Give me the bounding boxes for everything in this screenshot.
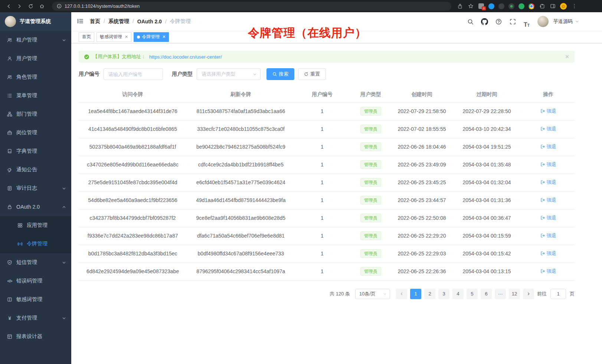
force-logout-button[interactable]: 强退 (540, 143, 556, 150)
sidebar-item-label: 支付管理 (16, 315, 37, 321)
lock-icon (7, 204, 12, 209)
user-avatar[interactable] (537, 16, 549, 27)
force-logout-label: 强退 (547, 108, 556, 115)
back-button[interactable] (4, 1, 13, 11)
chevron-up-icon (62, 205, 66, 209)
breadcrumb-item[interactable]: 系统管理 (108, 18, 137, 25)
alert-doc-link[interactable]: https://doc.iocoder.cn/user-center/ (149, 54, 222, 60)
browser-menu-icon[interactable] (571, 3, 578, 10)
page-button-1[interactable]: 1 (410, 289, 421, 299)
tab-home[interactable]: 首页 (79, 32, 94, 42)
close-icon[interactable]: ✕ (125, 34, 128, 39)
fullscreen-icon[interactable] (506, 15, 519, 28)
tab-sensitive-word[interactable]: 敏感词管理 ✕ (96, 32, 131, 42)
user-type-cell: 管理员 (349, 156, 392, 173)
page-button-5[interactable]: 5 (467, 289, 478, 299)
force-logout-button[interactable]: 强退 (540, 161, 556, 168)
page-button-12[interactable]: 12 (509, 289, 520, 299)
app-logo[interactable]: 芋道管理系统 (0, 12, 71, 31)
github-icon[interactable] (478, 15, 491, 28)
expire-time-cell: 2054-03-04 00:13:15 (452, 262, 522, 280)
sidebar-item-pay[interactable]: ¥ 支付管理 (0, 309, 71, 327)
forward-button[interactable] (15, 1, 24, 11)
sidebar-item-oauth[interactable]: OAuth 2.0 (0, 198, 71, 216)
sidebar-item-sms[interactable]: 短信管理 (0, 253, 71, 272)
force-logout-button[interactable]: 强退 (540, 215, 556, 221)
user-id-cell: 1 (295, 173, 349, 191)
user-id-cell: 1 (295, 227, 349, 245)
browser-profile-avatar[interactable]: ☺ (560, 3, 567, 10)
sidebar-item-user[interactable]: 用户管理 (0, 49, 71, 68)
user-name[interactable]: 芋道源码 (553, 18, 573, 25)
force-logout-button[interactable]: 强退 (540, 268, 556, 275)
goto-page-input[interactable] (550, 289, 566, 299)
user-type-select[interactable]: 请选择用户类型 (197, 68, 261, 80)
app-shell: 芋道管理系统 租户管理 用户管理 角色管理 菜单管理 部门管理 (0, 12, 602, 364)
sidebar-item-notice[interactable]: 通知公告 (0, 161, 71, 179)
close-icon[interactable]: ✕ (162, 34, 166, 39)
sidebar-item-sensitive-word[interactable]: 敏感词管理 (0, 290, 71, 309)
force-logout-label: 强退 (547, 268, 556, 275)
breadcrumb-item[interactable]: OAuth 2.0 (137, 19, 170, 24)
home-button[interactable] (37, 1, 47, 11)
sidebar-item-dict[interactable]: 字典管理 (0, 142, 71, 161)
sidebar-item-tenant[interactable]: 租户管理 (0, 31, 71, 49)
page-button-2[interactable]: 2 (424, 289, 435, 299)
force-logout-icon (540, 180, 545, 185)
page-button-3[interactable]: 3 (438, 289, 449, 299)
search-button[interactable]: 搜索 (266, 68, 294, 80)
force-logout-button[interactable]: 强退 (540, 197, 556, 203)
sidebar-item-report-designer[interactable]: 报表设计器 (0, 327, 71, 346)
page-button-6[interactable]: 6 (481, 289, 492, 299)
search-icon[interactable] (464, 15, 477, 28)
reload-button[interactable] (26, 1, 36, 11)
site-info-icon[interactable] (57, 4, 62, 9)
table-row: c342377bf8b344799dcbf7bf095287f2 9ce8ef2… (79, 209, 575, 227)
page-size-select[interactable]: 10条/页 (355, 289, 390, 299)
prev-page-button[interactable]: ‹ (396, 289, 407, 299)
next-page-button[interactable]: › (523, 289, 534, 299)
breadcrumb-item[interactable]: 首页 (90, 18, 108, 25)
user-id-input[interactable] (104, 68, 163, 80)
font-size-icon[interactable]: TT (520, 15, 533, 28)
extension-icon-green[interactable] (518, 3, 524, 9)
sidebar-item-oauth-app[interactable]: 应用管理 (0, 216, 71, 235)
close-icon[interactable]: ✕ (565, 54, 569, 60)
tab-token[interactable]: 令牌管理 ✕ (134, 32, 169, 42)
chevron-down-icon[interactable] (575, 20, 579, 23)
sidebar-item-role[interactable]: 角色管理 (0, 68, 71, 86)
force-logout-button[interactable]: 强退 (540, 108, 556, 115)
help-icon[interactable] (492, 15, 505, 28)
extension-icon-dark-green[interactable] (508, 3, 514, 9)
force-logout-button[interactable]: 强退 (540, 232, 556, 239)
side-panel-icon[interactable] (549, 3, 556, 10)
share-icon[interactable] (457, 3, 463, 10)
bookmark-star-icon[interactable] (467, 3, 474, 10)
force-logout-icon (540, 215, 545, 220)
breadcrumb: 首页 系统管理 OAuth 2.0 令牌管理 (90, 18, 191, 25)
sidebar-toggle-button[interactable] (77, 18, 84, 25)
extension-icon-dark[interactable] (498, 3, 504, 9)
sidebar-item-error-code[interactable]: </> 错误码管理 (0, 272, 71, 290)
extensions-puzzle-icon[interactable] (539, 3, 545, 10)
sidebar-item-dept[interactable]: 部门管理 (0, 105, 71, 123)
create-time-cell: 2022-06-26 18:04:46 (392, 138, 451, 156)
address-bar[interactable]: 127.0.0.1:1024/system/oauth2/token (52, 2, 451, 11)
refresh-token-cell: dfa6c71a50a54c66bef706ef9e6e8d81 (187, 227, 295, 245)
page-button-4[interactable]: 4 (452, 289, 464, 299)
force-logout-button[interactable]: 强退 (540, 126, 556, 132)
expire-time-cell: 2022-07-29 22:28:50 (452, 102, 522, 120)
force-logout-button[interactable]: 强退 (540, 179, 556, 186)
reset-button[interactable]: 重置 (298, 68, 326, 80)
sidebar-item-oauth-token[interactable]: 令牌管理 (0, 235, 71, 253)
pages-ellipsis[interactable]: ··· (495, 289, 506, 299)
extension-icon-colorful[interactable] (529, 3, 534, 9)
user-type-badge: 管理员 (360, 249, 381, 258)
force-logout-button[interactable]: 强退 (540, 250, 556, 257)
sidebar-item-menu[interactable]: 菜单管理 (0, 86, 71, 105)
extension-icon-blue[interactable] (488, 3, 494, 9)
extension-icon-pinned[interactable]: 0 (478, 3, 484, 9)
user-type-cell: 管理员 (349, 102, 392, 120)
sidebar-item-audit-log[interactable]: 审计日志 (0, 179, 71, 198)
sidebar-item-post[interactable]: 岗位管理 (0, 123, 71, 142)
